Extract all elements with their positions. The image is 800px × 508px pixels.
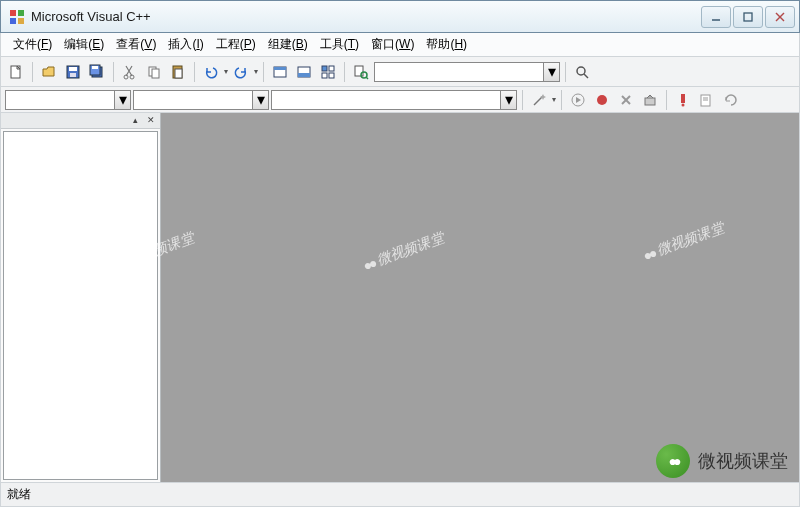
status-text: 就绪 [7, 486, 31, 503]
undo-dropdown-icon[interactable]: ▾ [224, 67, 228, 76]
new-button[interactable] [5, 61, 27, 83]
close-button[interactable] [765, 6, 795, 28]
maximize-button[interactable] [733, 6, 763, 28]
menu-view[interactable]: 查看(V) [110, 34, 162, 55]
svg-rect-24 [298, 73, 310, 77]
chevron-down-icon[interactable]: ▾ [501, 90, 517, 110]
open-button[interactable] [38, 61, 60, 83]
svg-rect-1 [18, 10, 24, 16]
svg-rect-27 [322, 73, 327, 78]
standard-toolbar: ▾ ▾ ▾ [0, 57, 800, 87]
sidebar-header: ▴ ✕ [1, 113, 160, 129]
minimize-button[interactable] [701, 6, 731, 28]
svg-rect-40 [681, 94, 685, 103]
toolbar-separator [565, 62, 566, 82]
svg-rect-3 [18, 18, 24, 24]
sidebar-close-icon[interactable]: ✕ [144, 115, 158, 127]
menu-build[interactable]: 组建(B) [262, 34, 314, 55]
function-combo[interactable]: ▾ [271, 90, 517, 110]
stop-debug-button[interactable] [615, 89, 637, 111]
menu-edit[interactable]: 编辑(E) [58, 34, 110, 55]
title-bar: Microsoft Visual C++ [0, 0, 800, 33]
menu-window[interactable]: 窗口(W) [365, 34, 420, 55]
compile-button[interactable] [696, 89, 718, 111]
toolbar-separator [194, 62, 195, 82]
toolbar-separator [666, 90, 667, 110]
svg-point-41 [682, 103, 685, 106]
wizard-toolbar: ▾ ▾ ▾ ▾ [0, 87, 800, 113]
svg-line-31 [366, 77, 368, 79]
svg-rect-5 [744, 13, 752, 21]
chevron-down-icon[interactable]: ▾ [544, 62, 560, 82]
class-combo[interactable]: ▾ [5, 90, 131, 110]
svg-line-33 [584, 74, 588, 78]
svg-point-32 [577, 67, 585, 75]
toolbar-separator [113, 62, 114, 82]
svg-rect-2 [10, 18, 16, 24]
undo-button[interactable] [200, 61, 222, 83]
sidebar-pin-icon[interactable]: ▴ [128, 115, 142, 127]
svg-rect-11 [70, 73, 76, 77]
menu-project[interactable]: 工程(P) [210, 34, 262, 55]
brand-overlay: 微视频课堂 [656, 444, 788, 478]
menu-help[interactable]: 帮助(H) [420, 34, 473, 55]
save-all-button[interactable] [86, 61, 108, 83]
toolbar-separator [522, 90, 523, 110]
svg-rect-39 [645, 98, 655, 105]
find-combo[interactable]: ▾ [374, 62, 560, 82]
wand-dropdown-icon[interactable]: ▾ [552, 95, 556, 104]
cut-button[interactable] [119, 61, 141, 83]
function-combo-input[interactable] [271, 90, 501, 110]
redo-dropdown-icon[interactable]: ▾ [254, 67, 258, 76]
toolbar-separator [32, 62, 33, 82]
svg-rect-0 [10, 10, 16, 16]
svg-rect-28 [329, 73, 334, 78]
find-in-files-button[interactable] [350, 61, 372, 83]
editor-area: 微视频课堂 微视频课堂 微视频课堂 [161, 113, 799, 482]
svg-rect-20 [175, 69, 182, 78]
rebuild-button[interactable] [720, 89, 742, 111]
window-list-button[interactable] [317, 61, 339, 83]
watermark: 微视频课堂 [640, 219, 726, 265]
redo-button[interactable] [230, 61, 252, 83]
svg-rect-25 [322, 66, 327, 71]
app-icon [9, 9, 25, 25]
workspace-button[interactable] [269, 61, 291, 83]
member-combo-input[interactable] [133, 90, 253, 110]
debug-go-button[interactable] [567, 89, 589, 111]
class-combo-input[interactable] [5, 90, 115, 110]
save-button[interactable] [62, 61, 84, 83]
svg-rect-22 [274, 67, 286, 70]
toolbar-separator [344, 62, 345, 82]
window-controls [701, 6, 795, 28]
wand-button[interactable] [528, 89, 550, 111]
status-bar: 就绪 [0, 483, 800, 507]
toolbar-separator [561, 90, 562, 110]
menu-tools[interactable]: 工具(T) [314, 34, 365, 55]
app-title: Microsoft Visual C++ [31, 9, 701, 24]
member-combo[interactable]: ▾ [133, 90, 269, 110]
svg-point-36 [597, 95, 607, 105]
paste-button[interactable] [167, 61, 189, 83]
svg-rect-14 [92, 66, 98, 69]
menu-file[interactable]: 文件(F) [7, 34, 58, 55]
breakpoint-button[interactable] [591, 89, 613, 111]
menu-bar: 文件(F) 编辑(E) 查看(V) 插入(I) 工程(P) 组建(B) 工具(T… [0, 33, 800, 57]
toolbar-separator [263, 62, 264, 82]
brand-text: 微视频课堂 [698, 449, 788, 473]
workspace-sidebar: ▴ ✕ [1, 113, 161, 482]
svg-rect-26 [329, 66, 334, 71]
chevron-down-icon[interactable]: ▾ [253, 90, 269, 110]
svg-rect-10 [69, 67, 77, 71]
copy-button[interactable] [143, 61, 165, 83]
output-button[interactable] [293, 61, 315, 83]
find-input[interactable] [374, 62, 544, 82]
wechat-icon [656, 444, 690, 478]
chevron-down-icon[interactable]: ▾ [115, 90, 131, 110]
execute-button[interactable] [672, 89, 694, 111]
svg-rect-18 [152, 69, 159, 78]
menu-insert[interactable]: 插入(I) [162, 34, 209, 55]
sidebar-tree[interactable] [3, 131, 158, 480]
build-button[interactable] [639, 89, 661, 111]
find-button[interactable] [571, 61, 593, 83]
